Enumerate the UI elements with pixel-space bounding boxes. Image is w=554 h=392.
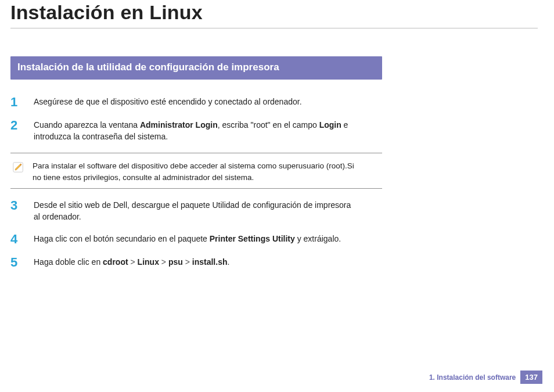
note-divider <box>10 188 382 189</box>
bold-text: Linux <box>138 257 159 267</box>
note-divider <box>10 153 382 153</box>
note-content: Para instalar el software del dispositiv… <box>10 159 382 185</box>
step-text: Asegúrese de que el dispositivo esté enc… <box>34 96 302 107</box>
step-3: 3 Desde el sitio web de Dell, descargue … <box>10 199 382 223</box>
text-part: y extráigalo. <box>295 234 341 243</box>
bold-text: install.sh <box>192 257 228 267</box>
title-divider <box>10 28 538 28</box>
step-5: 5 Haga doble clic en cdroot > Linux > ps… <box>10 256 382 269</box>
step-text: Cuando aparezca la ventana Administrator… <box>34 119 359 143</box>
bold-text: psu <box>168 257 183 267</box>
text-part: Haga clic con el botón secundario en el … <box>34 234 210 243</box>
step-text: Desde el sitio web de Dell, descargue el… <box>34 199 359 223</box>
step-2: 2 Cuando aparezca la ventana Administrat… <box>10 119 382 143</box>
text-part: Haga doble clic en <box>34 257 103 267</box>
text-part: Cuando aparezca la ventana <box>34 120 140 130</box>
step-number: 3 <box>10 199 26 212</box>
page-number-badge: 137 <box>520 371 542 384</box>
bold-text: Administrator Login <box>140 120 218 130</box>
bold-text: Printer Settings Utility <box>210 234 295 243</box>
step-number: 4 <box>10 233 26 246</box>
step-4: 4 Haga clic con el botón secundario en e… <box>10 233 382 246</box>
footer-chapter: 1. Instalación del software <box>429 373 516 382</box>
content-column: Instalación de la utilidad de configurac… <box>10 56 382 269</box>
breadcrumb-separator: > <box>161 257 166 267</box>
bold-text: cdroot <box>103 257 128 267</box>
page-title: Instalación en Linux <box>10 0 538 28</box>
section-header: Instalación de la utilidad de configurac… <box>10 56 382 80</box>
step-number: 5 <box>10 256 26 269</box>
document-page: Instalación en Linux Instalación de la u… <box>0 0 554 392</box>
pencil-note-icon-svg <box>12 161 25 174</box>
step-text: Haga clic con el botón secundario en el … <box>34 233 341 244</box>
step-text: Haga doble clic en cdroot > Linux > psu … <box>34 256 229 268</box>
step-number: 1 <box>10 96 26 109</box>
steps-list: 1 Asegúrese de que el dispositivo esté e… <box>10 80 382 269</box>
text-part: . <box>227 257 229 267</box>
bold-text: Login <box>319 120 341 130</box>
pencil-note-icon <box>12 160 26 174</box>
note-block: Para instalar el software del dispositiv… <box>10 153 382 188</box>
breadcrumb-separator: > <box>131 257 135 267</box>
note-text: Para instalar el software del dispositiv… <box>33 160 358 183</box>
text-part: , escriba "root" en el campo <box>218 120 319 130</box>
page-footer: 1. Instalación del software 137 <box>429 371 542 384</box>
step-1: 1 Asegúrese de que el dispositivo esté e… <box>10 96 382 109</box>
step-number: 2 <box>10 119 26 132</box>
breadcrumb-separator: > <box>185 257 190 267</box>
